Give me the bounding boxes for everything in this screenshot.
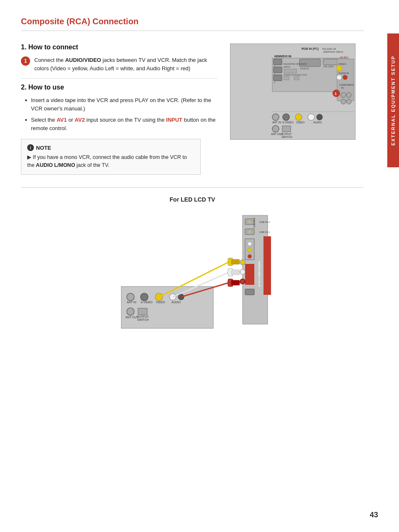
top-tv-svg: RGB IN (PC) RS-232C IN (SERVICE ONLY) HD… bbox=[230, 44, 356, 140]
svg-text:INPUT: INPUT bbox=[284, 66, 291, 68]
svg-point-28 bbox=[343, 75, 348, 80]
svg-text:⚡: ⚡ bbox=[248, 220, 252, 224]
how-to-use-list: Insert a video tape into the VCR and pre… bbox=[21, 96, 217, 132]
svg-text:S-VIDEO: S-VIDEO bbox=[282, 121, 294, 124]
svg-text:⚡: ⚡ bbox=[248, 230, 252, 234]
svg-text:REGISTER SPEAKER: REGISTER SPEAKER bbox=[284, 63, 307, 65]
svg-text:VIDEO: VIDEO bbox=[156, 301, 165, 304]
led-section: For LED LCD TV ANT IN S-VIDEO VIDEO bbox=[21, 187, 364, 332]
svg-point-43 bbox=[308, 114, 315, 120]
svg-text:USB IN 1: USB IN 1 bbox=[259, 231, 270, 233]
svg-point-35 bbox=[341, 99, 346, 104]
svg-point-53 bbox=[127, 293, 134, 301]
svg-point-37 bbox=[272, 114, 279, 120]
svg-text:SWITCH: SWITCH bbox=[137, 318, 149, 321]
note-icon: i bbox=[27, 144, 34, 151]
svg-rect-92 bbox=[263, 236, 271, 295]
svg-text:RGB IN (PC): RGB IN (PC) bbox=[302, 47, 319, 51]
svg-text:VIDEO: VIDEO bbox=[338, 63, 346, 65]
svg-point-83 bbox=[248, 242, 252, 246]
svg-point-33 bbox=[341, 92, 346, 97]
svg-point-39 bbox=[283, 114, 289, 120]
step1-block: 1 Connect the AUDIO/VIDEO jacks between … bbox=[21, 56, 217, 72]
svg-text:AUDIO-B: AUDIO-B bbox=[338, 72, 349, 74]
svg-text:RS-232C IN: RS-232C IN bbox=[322, 48, 336, 50]
svg-rect-12 bbox=[274, 67, 282, 73]
svg-point-27 bbox=[337, 75, 342, 80]
svg-point-46 bbox=[272, 125, 279, 132]
svg-point-41 bbox=[295, 114, 302, 120]
step1-text: Connect the AUDIO/VIDEO jacks between TV… bbox=[34, 56, 217, 72]
svg-rect-20 bbox=[284, 77, 289, 80]
svg-rect-91 bbox=[245, 289, 254, 295]
svg-text:VIDEO: VIDEO bbox=[296, 121, 304, 124]
section2-title: 2. How to use bbox=[21, 84, 217, 91]
svg-rect-14 bbox=[274, 75, 282, 81]
svg-point-88 bbox=[240, 260, 245, 265]
svg-rect-64 bbox=[138, 308, 147, 315]
svg-text:S-VIDEO: S-VIDEO bbox=[141, 301, 153, 304]
svg-point-84 bbox=[248, 248, 252, 252]
svg-text:USB IN 2: USB IN 2 bbox=[253, 217, 256, 228]
svg-rect-71 bbox=[231, 259, 240, 264]
svg-text:IN: IN bbox=[341, 87, 344, 89]
page-number: 43 bbox=[370, 511, 378, 519]
svg-point-90 bbox=[240, 279, 245, 284]
svg-point-34 bbox=[346, 92, 351, 97]
svg-point-25 bbox=[336, 65, 342, 71]
svg-text:ANT IN: ANT IN bbox=[127, 301, 136, 304]
svg-text:AV IN 1: AV IN 1 bbox=[340, 56, 349, 59]
svg-text:OUTPUT: OUTPUT bbox=[137, 315, 149, 318]
note-content: If you have a mono VCR, connect the audi… bbox=[27, 153, 194, 169]
svg-point-62 bbox=[127, 308, 134, 315]
svg-text:RS-232C: RS-232C bbox=[324, 65, 334, 68]
how-to-use-item1: Insert a video tape into the VCR and pre… bbox=[25, 96, 217, 113]
note-title: i NOTE bbox=[27, 144, 194, 151]
svg-rect-18 bbox=[284, 69, 297, 73]
sidebar-tab: EXTERNAL EQUIPMENT SETUP bbox=[387, 33, 399, 167]
svg-point-55 bbox=[141, 293, 148, 301]
how-to-use-item2: Select the AV1 or AV2 input source on th… bbox=[25, 116, 217, 132]
svg-rect-73 bbox=[231, 270, 240, 275]
svg-text:AUDIO IN   AUDIO OUT: AUDIO IN AUDIO OUT bbox=[284, 74, 307, 76]
svg-text:1: 1 bbox=[335, 92, 337, 96]
step1-badge: 1 bbox=[21, 56, 30, 66]
svg-rect-75 bbox=[231, 280, 240, 285]
led-section-title: For LED LCD TV bbox=[21, 196, 364, 203]
svg-text:COMPONENT: COMPONENT bbox=[339, 84, 354, 86]
section1-title: 1. How to connect bbox=[21, 43, 217, 51]
svg-text:AUDIO: AUDIO bbox=[171, 301, 181, 304]
svg-rect-48 bbox=[282, 126, 291, 132]
svg-rect-86 bbox=[245, 264, 254, 285]
svg-text:HDMI/DVI IN: HDMI/DVI IN bbox=[274, 55, 291, 58]
svg-text:AUDIO: AUDIO bbox=[313, 121, 322, 124]
svg-point-89 bbox=[240, 269, 245, 274]
svg-point-85 bbox=[248, 254, 252, 258]
svg-text:ANT IN: ANT IN bbox=[272, 121, 281, 124]
svg-text:(SERVICE ONLY): (SERVICE ONLY) bbox=[323, 51, 343, 53]
svg-text:SWITCH: SWITCH bbox=[281, 136, 292, 138]
note-box: i NOTE If you have a mono VCR, connect t… bbox=[21, 139, 201, 175]
svg-text:AV IN 2 VIDEO/AUDIO: AV IN 2 VIDEO/AUDIO bbox=[258, 261, 261, 286]
top-tv-diagram: RGB IN (PC) RS-232C IN (SERVICE ONLY) HD… bbox=[230, 43, 364, 175]
svg-point-44 bbox=[317, 114, 322, 120]
svg-point-36 bbox=[346, 99, 351, 104]
page-title: Composite (RCA) Connection bbox=[21, 17, 364, 31]
svg-text:RGB IN: RGB IN bbox=[300, 67, 309, 70]
svg-text:OUTPUT: OUTPUT bbox=[281, 133, 292, 136]
svg-rect-21 bbox=[294, 77, 299, 80]
svg-text:USB IN 2: USB IN 2 bbox=[259, 221, 270, 223]
led-diagram: ANT IN S-VIDEO VIDEO AUDIO ANT OUT bbox=[21, 211, 364, 332]
led-cable-svg: ANT IN S-VIDEO VIDEO AUDIO ANT OUT bbox=[113, 211, 272, 332]
svg-rect-10 bbox=[274, 59, 282, 65]
